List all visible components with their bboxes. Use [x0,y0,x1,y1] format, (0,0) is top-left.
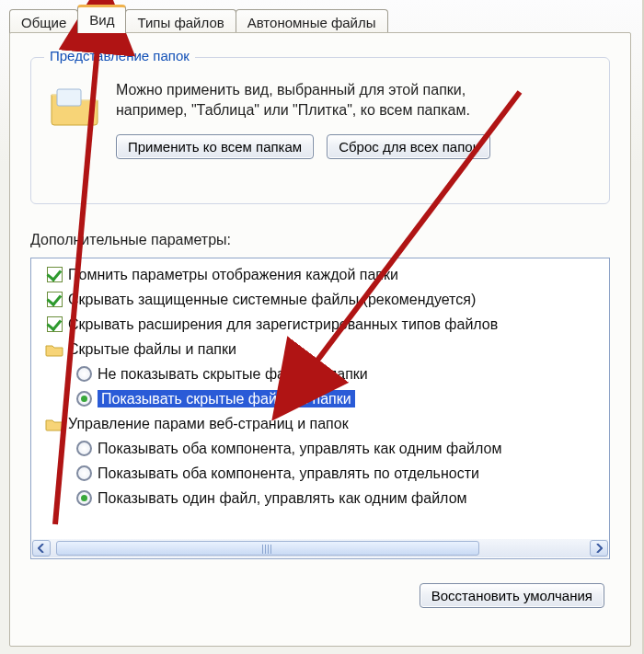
tree-item-label: Скрывать защищенные системные файлы (рек… [64,292,476,308]
button-label: Применить ко всем папкам [128,139,302,155]
radio-icon[interactable] [76,465,92,481]
radio-icon[interactable] [76,366,92,382]
tree-item-hide-extensions[interactable]: Скрывать расширения для зарегистрированн… [33,312,607,337]
tree-group-hidden-files[interactable]: Скрытые файлы и папки [33,337,607,361]
advanced-settings-label: Дополнительные параметры: [30,232,231,248]
tab-label: Общие [21,15,66,30]
tree-item-pair-separate[interactable]: Показывать оба компонента, управлять по … [33,461,607,486]
group-buttons: Применить ко всем папкам Сброс для всех … [116,134,490,159]
tree-item-label: Показывать один файл, управлять как одни… [94,490,467,507]
group-text-line1: Можно применить вид, выбранный для этой … [116,80,490,100]
tree-item-show-hidden[interactable]: Показывать скрытые файлы и папки [33,386,607,411]
tree-item-single-file[interactable]: Показывать один файл, управлять как одни… [33,486,607,511]
group-text-line2: например, "Таблица" или "Плитка", ко все… [116,100,490,120]
apply-to-all-button[interactable]: Применить ко всем папкам [116,134,314,159]
tree-item-hide-protected[interactable]: Скрывать защищенные системные файлы (рек… [33,287,607,312]
tree-item-remember-view[interactable]: Помнить параметры отображения каждой пап… [33,262,607,287]
chevron-left-icon [38,544,45,553]
advanced-settings-tree[interactable]: Помнить параметры отображения каждой пап… [30,258,610,559]
folder-icon [45,417,63,431]
tab-panel-view: Представление папок Можно применить вид,… [9,32,631,647]
selected-label: Показывать скрытые файлы и папки [98,390,355,407]
group-content: Можно применить вид, выбранный для этой … [116,80,490,159]
radio-icon[interactable] [76,391,92,407]
tree-item-label: Показывать оба компонента, управлять по … [94,465,479,482]
scrollbar-thumb[interactable] [56,541,479,556]
tree-item-dont-show-hidden[interactable]: Не показывать скрытые файлы и папки [33,361,607,386]
tab-offline[interactable]: Автономные файлы [236,9,388,34]
tree-item-label: Скрывать расширения для зарегистрированн… [64,316,498,333]
reset-all-button[interactable]: Сброс для всех папок [327,134,490,159]
tree-item-label: Управление парами веб-страниц и папок [64,416,349,432]
folder-options-dialog: Общие Вид Типы файлов Автономные файлы П… [0,0,644,654]
button-label: Восстановить умолчания [431,588,592,603]
tab-label: Типы файлов [137,15,224,30]
horizontal-scrollbar[interactable] [32,539,608,557]
chevron-right-icon [595,544,603,553]
tree-item-label: Скрытые файлы и папки [64,341,236,358]
restore-defaults-container: Восстановить умолчания [420,583,604,608]
checkbox-icon[interactable] [47,292,63,307]
tree-item-label: Показывать оба компонента, управлять как… [94,441,501,457]
group-body: Можно применить вид, выбранный для этой … [31,58,609,172]
folder-views-group: Представление папок Можно применить вид,… [30,57,610,204]
tab-general[interactable]: Общие [9,9,78,34]
tree-group-web-pairs[interactable]: Управление парами веб-страниц и папок [33,411,607,436]
button-label: Сброс для всех папок [339,139,478,155]
folder-icon [48,84,101,128]
tree-item-pair-as-one[interactable]: Показывать оба компонента, управлять как… [33,436,607,461]
group-title: Представление папок [44,48,195,63]
tab-filetypes[interactable]: Типы файлов [125,9,236,34]
tab-view[interactable]: Вид [77,5,126,33]
tree-item-label: Показывать скрытые файлы и папки [94,391,355,407]
scroll-right-button[interactable] [590,540,608,556]
checkbox-icon[interactable] [47,267,63,282]
checkbox-icon[interactable] [47,316,63,332]
tab-label: Вид [89,12,114,28]
tree-item-label: Не показывать скрытые файлы и папки [94,366,368,383]
folder-icon [45,342,63,357]
svg-rect-0 [57,89,81,106]
restore-defaults-button[interactable]: Восстановить умолчания [420,583,604,608]
tab-label: Автономные файлы [247,15,376,30]
tree-inner: Помнить параметры отображения каждой пап… [31,258,609,514]
radio-icon[interactable] [76,441,92,456]
tree-item-label: Помнить параметры отображения каждой пап… [64,267,398,283]
scroll-left-button[interactable] [32,540,51,556]
radio-icon[interactable] [76,490,92,506]
tab-strip: Общие Вид Типы файлов Автономные файлы [9,4,388,33]
